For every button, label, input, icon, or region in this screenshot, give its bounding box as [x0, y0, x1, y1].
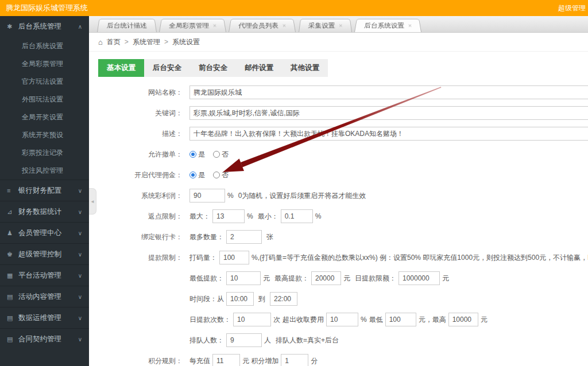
- radio-label-no[interactable]: 否: [222, 150, 229, 159]
- time-from-input[interactable]: [226, 292, 254, 306]
- sidebar-group-label: 财务数据统计: [18, 207, 61, 217]
- sidebar-item-risk-control[interactable]: 投注风控管理: [0, 162, 89, 180]
- sidebar-item-global-draw[interactable]: 全局开奖设置: [0, 108, 89, 126]
- sidebar-group-contract[interactable]: ▤ 合同契约管理 ∨: [0, 328, 89, 349]
- row-queue: 排队人数： 人 排队人数=真实+后台: [89, 333, 588, 347]
- radio-label-yes[interactable]: 是: [198, 170, 205, 180]
- radio-label-yes[interactable]: 是: [198, 150, 205, 159]
- window-tab-label: 后台系统设置: [364, 21, 405, 30]
- rebate-max-label: 最大：: [189, 212, 210, 221]
- withdraw-min-input[interactable]: [226, 271, 261, 285]
- window-tab-label: 代理会员列表: [238, 21, 279, 30]
- chevron-down-icon: ∨: [78, 315, 82, 321]
- close-icon[interactable]: ×: [283, 22, 287, 29]
- rebate-min-label: 最小：: [258, 212, 278, 221]
- window-tab-collect-settings[interactable]: 采集设置 ×: [299, 19, 352, 32]
- sidebar-item-official-play[interactable]: 官方玩法设置: [0, 73, 89, 91]
- app-title: 腾龙国际娱乐城管理系统: [6, 3, 88, 13]
- breadcrumb-separator: >: [125, 38, 129, 46]
- sidebar-group-bank-finance[interactable]: ≡ 银行财务配置 ∨: [0, 180, 89, 201]
- points-add-input[interactable]: [281, 354, 308, 366]
- sidebar-group-data-ops[interactable]: ▤ 数据运维管理 ∨: [0, 307, 89, 328]
- sidebar-item-backend-settings[interactable]: 后台系统设置: [0, 37, 89, 55]
- row-withdraw-limit: 提款限制： 打码量： %,(打码量=等于充值金额的总数乘以xx%) 例：设置50…: [89, 251, 588, 264]
- tab-mail-settings[interactable]: 邮件设置: [236, 59, 282, 77]
- points-recharge-input[interactable]: [212, 354, 240, 366]
- rebate-min-input[interactable]: [281, 209, 313, 223]
- withdraw-limit-label: 提款限制：: [89, 253, 183, 263]
- fee-max-unit: 元: [481, 315, 488, 325]
- sidebar-group-member-center[interactable]: ♟ 会员管理中心 ∨: [0, 222, 89, 243]
- row-allow-cancel: 允许撤单： 是 否: [89, 147, 588, 161]
- sidebar-group-platform-activity[interactable]: ▦ 平台活动管理 ∨: [0, 264, 89, 286]
- sidebar-item-draw-preset[interactable]: 系统开奖预设: [0, 126, 89, 144]
- close-icon[interactable]: ×: [339, 22, 343, 29]
- fee-label: 超出收取费用: [283, 315, 324, 325]
- bank-card-count-label: 最多数量：: [189, 232, 224, 242]
- queue-input[interactable]: [226, 333, 262, 347]
- row-description: 描述：: [89, 127, 588, 141]
- window-tab-global-lottery[interactable]: 全局彩票管理 ×: [159, 19, 226, 32]
- tab-frontend-security[interactable]: 前台安全: [190, 59, 236, 77]
- close-icon[interactable]: ×: [408, 22, 413, 29]
- chevron-up-icon: ∧: [78, 24, 82, 30]
- tab-basic-settings[interactable]: 基本设置: [98, 59, 144, 77]
- allow-cancel-no-radio[interactable]: [213, 151, 220, 158]
- user-menu[interactable]: 超级管理: [558, 3, 587, 13]
- bank-card-label: 绑定银行卡：: [89, 232, 183, 242]
- breadcrumb-system-mgmt[interactable]: 系统管理: [133, 37, 160, 47]
- window-tab-label: 采集设置: [308, 21, 335, 30]
- keywords-input[interactable]: [189, 106, 588, 120]
- withdraw-daily-input[interactable]: [399, 271, 440, 285]
- sidebar-item-peripheral-play[interactable]: 外围玩法设置: [0, 91, 89, 108]
- daily-times-input[interactable]: [233, 313, 271, 326]
- queue-note: 排队人数=真实+后台: [276, 336, 339, 345]
- fee-max-input[interactable]: [448, 313, 478, 326]
- fee-input[interactable]: [326, 313, 358, 326]
- rebate-max-input[interactable]: [212, 209, 245, 223]
- chevron-down-icon: ∨: [78, 251, 82, 258]
- app-header: 腾龙国际娱乐城管理系统 超级管理: [0, 0, 588, 16]
- sidebar-item-global-lottery[interactable]: 全局彩票管理: [0, 55, 89, 73]
- contract-icon: ▤: [7, 336, 18, 343]
- window-tab-system-settings[interactable]: 后台系统设置 ×: [354, 19, 421, 32]
- breadcrumb-home[interactable]: 首页: [107, 37, 121, 47]
- window-tab-stats[interactable]: 后台统计描述: [97, 19, 157, 32]
- system-profit-input[interactable]: [189, 189, 225, 203]
- agent-commission-label: 开启代理佣金：: [89, 170, 183, 180]
- daily-times-unit: 次: [273, 315, 280, 325]
- withdraw-max-input[interactable]: [311, 271, 341, 285]
- dama-note: %,(打码量=等于充值金额的总数乘以xx%) 例：设置50% 即玩家充值1000…: [252, 253, 588, 263]
- chevron-down-icon: ∨: [78, 336, 82, 342]
- breadcrumb-separator: >: [164, 38, 168, 46]
- tab-backend-security[interactable]: 后台安全: [144, 59, 190, 77]
- chevron-down-icon: ∨: [78, 188, 82, 194]
- description-input[interactable]: [189, 127, 588, 141]
- time-to-input[interactable]: [270, 292, 297, 306]
- bank-card-count-input[interactable]: [226, 230, 262, 244]
- sidebar-group-backend-system[interactable]: ✱ 后台系统管理 ∧: [0, 16, 89, 37]
- close-icon[interactable]: ×: [212, 22, 217, 29]
- row-bank-card: 绑定银行卡： 最多数量： 张: [89, 230, 588, 244]
- system-profit-label: 系统彩利润：: [89, 191, 183, 201]
- fee-min-input[interactable]: [385, 313, 416, 326]
- chevron-down-icon: ∨: [78, 294, 82, 300]
- sidebar-item-bet-records[interactable]: 彩票投注记录: [0, 144, 89, 162]
- sidebar-group-label: 合同契约管理: [18, 334, 61, 344]
- sidebar-group-finance-stats[interactable]: ⊿ 财务数据统计 ∨: [0, 201, 89, 222]
- agent-commission-yes-radio[interactable]: [189, 172, 196, 178]
- sidebar-group-activity-content[interactable]: ▤ 活动内容管理 ∨: [0, 286, 89, 307]
- tab-other-settings[interactable]: 其他设置: [282, 59, 328, 77]
- window-tab-agent-members[interactable]: 代理会员列表 ×: [229, 19, 296, 32]
- list-icon: ≡: [7, 187, 18, 194]
- sidebar-group-super-admin[interactable]: ♚ 超级管理控制 ∨: [0, 243, 89, 264]
- site-name-input[interactable]: [189, 85, 588, 99]
- allow-cancel-yes-radio[interactable]: [189, 151, 196, 158]
- chevron-down-icon: ∨: [78, 209, 82, 215]
- sidebar-collapse-handle[interactable]: ◄: [89, 188, 96, 215]
- description-label: 描述：: [89, 129, 183, 139]
- calendar-icon: ▦: [7, 272, 18, 279]
- radio-label-no[interactable]: 否: [222, 170, 229, 180]
- agent-commission-no-radio[interactable]: [213, 172, 220, 178]
- dama-input[interactable]: [219, 251, 249, 264]
